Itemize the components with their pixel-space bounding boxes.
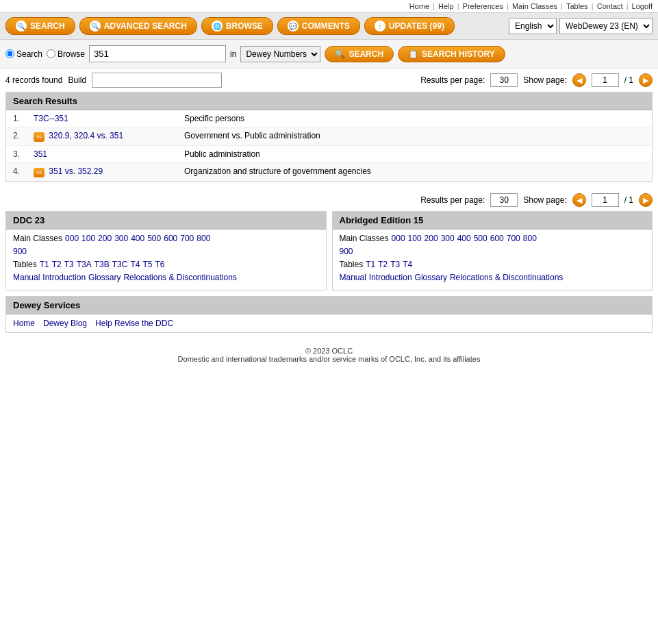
ddc23-300[interactable]: 300 — [114, 234, 128, 243]
row-num: 1. — [6, 110, 27, 127]
abridged-manual[interactable]: Manual — [340, 273, 366, 282]
abridged-glossary[interactable]: Glossary — [415, 273, 447, 282]
abridged-200[interactable]: 200 — [425, 234, 438, 243]
toolbar-left: 🔍 SEARCH 🔍 ADVANCED SEARCH 🌐 BROWSE 💬 CO… — [5, 17, 455, 35]
ddc23-t3b[interactable]: T3B — [94, 260, 110, 269]
scope-select[interactable]: Dewey Numbers Captions Index All — [240, 46, 320, 62]
bottom-per-page-label: Results per page: — [420, 195, 485, 205]
prev-page-button[interactable]: ◀ — [572, 73, 586, 87]
abridged-t2[interactable]: T2 — [378, 260, 388, 269]
ddc23-700[interactable]: 700 — [180, 234, 194, 243]
search-action-button[interactable]: 🔍 SEARCH — [325, 46, 394, 62]
abridged-tables-row: Tables T1 T2 T3 T4 — [340, 260, 646, 269]
nav-help[interactable]: Help — [438, 2, 454, 10]
ddc23-600[interactable]: 600 — [164, 234, 177, 243]
abridged-relocations[interactable]: Relocations & Discontinuations — [450, 273, 563, 282]
updates-button[interactable]: ↑ UPDATES (99) — [364, 17, 455, 35]
ddc23-900[interactable]: 900 — [13, 247, 27, 256]
ddc23-t5[interactable]: T5 — [142, 260, 152, 269]
abridged-t4[interactable]: T4 — [403, 260, 412, 269]
comments-button[interactable]: 💬 COMMENTS — [277, 17, 360, 35]
result-link[interactable]: 351 vs. 352.29 — [49, 166, 103, 176]
ddc23-100[interactable]: 100 — [81, 234, 95, 243]
browse-radio[interactable] — [47, 49, 55, 58]
ddc23-t4[interactable]: T4 — [130, 260, 140, 269]
row-num: 2. — [6, 127, 27, 146]
dewey-blog-link[interactable]: Dewey Blog — [43, 319, 87, 328]
abridged-400[interactable]: 400 — [457, 234, 471, 243]
ddc23-800[interactable]: 800 — [197, 234, 210, 243]
per-page-input[interactable] — [490, 73, 518, 87]
ddc23-t3c[interactable]: T3C — [112, 260, 128, 269]
browse-button[interactable]: 🌐 BROWSE — [201, 17, 273, 35]
abridged-300[interactable]: 300 — [441, 234, 455, 243]
search-history-button[interactable]: 📋 SEARCH HISTORY — [398, 46, 505, 62]
ddc23-t1[interactable]: T1 — [40, 260, 49, 269]
next-page-button-bottom[interactable]: ▶ — [639, 193, 653, 207]
ddc23-links-row: Manual Introduction Glossary Relocations… — [13, 273, 319, 282]
abridged-800[interactable]: 800 — [523, 234, 537, 243]
per-page-input-bottom[interactable] — [490, 193, 518, 207]
comments-icon: 💬 — [288, 21, 299, 32]
ddc23-glossary[interactable]: Glossary — [88, 273, 121, 282]
ddc23-200[interactable]: 200 — [98, 234, 112, 243]
abridged-t3[interactable]: T3 — [390, 260, 400, 269]
search-icon: 🔍 — [16, 21, 27, 32]
search-button[interactable]: 🔍 SEARCH — [5, 17, 75, 35]
dewey-services-body: Home Dewey Blog Help Revise the DDC — [6, 314, 652, 332]
page-input-bottom[interactable] — [592, 193, 619, 207]
top-navigation: Home | Help | Preferences | Main Classes… — [0, 0, 658, 13]
ddc23-box: DDC 23 Main Classes 000 100 200 300 400 … — [5, 211, 327, 290]
nav-tables[interactable]: Tables — [566, 2, 588, 10]
abridged-t1[interactable]: T1 — [366, 260, 375, 269]
nav-home[interactable]: Home — [409, 2, 429, 10]
ddc23-manual[interactable]: Manual — [13, 273, 40, 282]
nav-main-classes[interactable]: Main Classes — [512, 2, 557, 10]
edition-select[interactable]: WebDewey 23 (EN) — [559, 18, 653, 34]
search-mode-label[interactable]: Search — [5, 49, 42, 59]
per-page-label: Results per page: — [420, 75, 485, 85]
results-table: 1. T3C--351 Specific persons 2. vs 320.9… — [6, 110, 652, 182]
search-bar: Search Browse in Dewey Numbers Captions … — [0, 40, 658, 69]
abridged-500[interactable]: 500 — [474, 234, 488, 243]
ddc23-introduction[interactable]: Introduction — [42, 273, 86, 282]
dewey-home-link[interactable]: Home — [13, 319, 35, 328]
row-description: Public administration — [177, 146, 652, 163]
nav-logoff[interactable]: Logoff — [632, 2, 653, 10]
abridged-900-row: 900 — [340, 247, 646, 256]
row-num: 4. — [6, 163, 27, 182]
abridged-000[interactable]: 000 — [392, 234, 405, 243]
search-radio[interactable] — [5, 49, 14, 58]
search-input[interactable] — [89, 45, 226, 62]
ddc23-500[interactable]: 500 — [147, 234, 161, 243]
result-link[interactable]: 351 — [34, 149, 47, 159]
abridged-introduction[interactable]: Introduction — [369, 273, 412, 282]
page-input[interactable] — [592, 73, 619, 87]
ddc23-relocations[interactable]: Relocations & Discontinuations — [123, 273, 236, 282]
ddc23-400[interactable]: 400 — [131, 234, 144, 243]
browse-mode-label[interactable]: Browse — [47, 49, 85, 59]
total-pages-bottom: / 1 — [624, 195, 633, 205]
ddc23-t3a[interactable]: T3A — [77, 260, 92, 269]
bottom-pagination: Results per page: Show page: ◀ / 1 ▶ — [0, 189, 658, 211]
abridged-100[interactable]: 100 — [408, 234, 422, 243]
nav-contact[interactable]: Contact — [597, 2, 623, 10]
abridged-700[interactable]: 700 — [507, 234, 520, 243]
result-link[interactable]: 320.9, 320.4 vs. 351 — [49, 131, 123, 140]
result-link[interactable]: T3C--351 — [34, 114, 68, 123]
language-select[interactable]: English — [509, 18, 557, 34]
ddc23-t6[interactable]: T6 — [155, 260, 164, 269]
next-page-button[interactable]: ▶ — [639, 73, 653, 87]
help-revise-link[interactable]: Help Revise the DDC — [95, 319, 173, 328]
ddc23-t2[interactable]: T2 — [52, 260, 62, 269]
prev-page-button-bottom[interactable]: ◀ — [572, 193, 586, 207]
advanced-search-button[interactable]: 🔍 ADVANCED SEARCH — [79, 17, 197, 35]
ddc23-t3[interactable]: T3 — [64, 260, 74, 269]
row-description: Government vs. Public administration — [177, 127, 652, 146]
abridged-600[interactable]: 600 — [490, 234, 504, 243]
nav-preferences[interactable]: Preferences — [463, 2, 503, 10]
build-input[interactable] — [92, 73, 222, 88]
abridged-900[interactable]: 900 — [340, 247, 353, 256]
abridged-box: Abridged Edition 15 Main Classes 000 100… — [332, 211, 653, 290]
ddc23-000[interactable]: 000 — [65, 234, 79, 243]
